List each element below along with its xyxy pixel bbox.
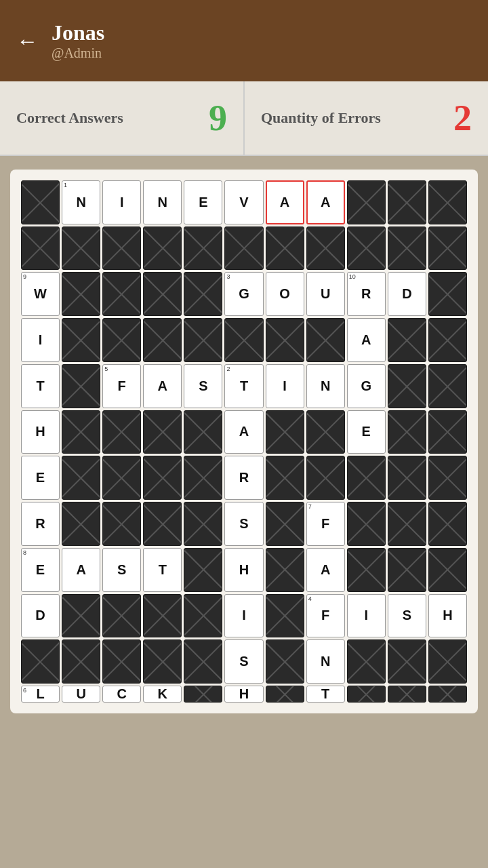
grid-cell[interactable]: 8E xyxy=(21,548,60,592)
grid-cell[interactable] xyxy=(62,502,100,546)
grid-cell[interactable] xyxy=(428,502,467,546)
grid-cell[interactable] xyxy=(62,318,100,362)
grid-cell[interactable] xyxy=(102,456,141,500)
grid-cell[interactable]: A xyxy=(224,410,263,454)
grid-cell[interactable]: 9W xyxy=(21,272,60,316)
grid-cell[interactable]: I xyxy=(266,364,304,408)
grid-cell[interactable] xyxy=(266,226,304,271)
grid-cell[interactable] xyxy=(143,410,182,454)
grid-cell[interactable] xyxy=(224,318,263,362)
grid-cell[interactable] xyxy=(62,410,100,454)
grid-cell[interactable]: N xyxy=(306,639,345,684)
grid-cell[interactable]: E xyxy=(347,410,386,454)
grid-cell[interactable] xyxy=(143,456,182,500)
grid-cell[interactable] xyxy=(62,639,100,684)
grid-cell[interactable]: O xyxy=(266,272,304,316)
grid-cell[interactable] xyxy=(388,410,426,454)
grid-cell[interactable] xyxy=(21,226,60,271)
grid-cell[interactable]: S xyxy=(102,548,141,592)
grid-cell[interactable] xyxy=(306,410,345,454)
grid-cell[interactable] xyxy=(388,226,426,271)
grid-cell[interactable] xyxy=(102,639,141,684)
grid-cell[interactable] xyxy=(428,410,467,454)
grid-cell[interactable]: H xyxy=(224,548,263,592)
grid-cell[interactable] xyxy=(306,318,345,362)
grid-cell[interactable] xyxy=(266,639,304,684)
grid-cell[interactable] xyxy=(347,686,386,703)
grid-cell[interactable] xyxy=(62,364,100,408)
grid-cell[interactable]: I xyxy=(224,594,263,638)
grid-cell[interactable] xyxy=(224,226,263,271)
grid-cell[interactable] xyxy=(428,364,467,408)
grid-cell[interactable] xyxy=(184,456,222,500)
grid-cell[interactable]: H xyxy=(224,686,263,703)
grid-cell[interactable] xyxy=(347,639,386,684)
grid-cell[interactable]: G xyxy=(347,364,386,408)
grid-cell[interactable] xyxy=(388,548,426,592)
grid-cell[interactable]: R xyxy=(21,502,60,546)
grid-cell[interactable]: H xyxy=(428,594,467,638)
grid-cell[interactable]: H xyxy=(21,410,60,454)
grid-cell[interactable]: I xyxy=(347,594,386,638)
grid-cell[interactable] xyxy=(266,502,304,546)
grid-cell[interactable]: U xyxy=(306,272,345,316)
grid-cell[interactable] xyxy=(21,639,60,684)
grid-cell[interactable]: 3G xyxy=(224,272,263,316)
grid-cell[interactable] xyxy=(143,639,182,684)
grid-cell[interactable] xyxy=(388,686,426,703)
grid-cell[interactable] xyxy=(184,226,222,271)
grid-cell[interactable] xyxy=(266,686,304,703)
grid-cell[interactable]: S xyxy=(224,502,263,546)
grid-cell[interactable] xyxy=(388,502,426,546)
grid-cell[interactable] xyxy=(428,226,467,271)
grid-cell[interactable] xyxy=(266,410,304,454)
grid-cell[interactable]: 1N xyxy=(62,180,100,224)
grid-cell[interactable] xyxy=(102,226,141,271)
grid-cell[interactable] xyxy=(184,639,222,684)
grid-cell[interactable]: A xyxy=(306,548,345,592)
grid-cell[interactable] xyxy=(184,502,222,546)
grid-cell[interactable] xyxy=(428,318,467,362)
grid-cell[interactable] xyxy=(428,456,467,500)
grid-cell[interactable]: T xyxy=(143,548,182,592)
grid-cell[interactable]: V xyxy=(224,180,263,224)
grid-cell[interactable] xyxy=(184,594,222,638)
grid-cell[interactable]: A xyxy=(62,548,100,592)
grid-cell[interactable]: 7F xyxy=(306,502,345,546)
grid-cell[interactable] xyxy=(388,364,426,408)
grid-cell[interactable] xyxy=(21,180,60,224)
grid-cell[interactable]: N xyxy=(306,364,345,408)
grid-cell[interactable] xyxy=(388,639,426,684)
grid-cell[interactable] xyxy=(428,272,467,316)
grid-cell[interactable]: S xyxy=(388,594,426,638)
grid-cell[interactable] xyxy=(102,594,141,638)
grid-cell[interactable] xyxy=(62,226,100,271)
grid-cell[interactable]: E xyxy=(184,180,222,224)
grid-cell[interactable] xyxy=(388,180,426,224)
grid-cell[interactable] xyxy=(184,318,222,362)
grid-cell[interactable]: C xyxy=(102,686,141,703)
grid-cell[interactable] xyxy=(62,594,100,638)
grid-cell[interactable] xyxy=(266,318,304,362)
grid-cell[interactable] xyxy=(62,272,100,316)
grid-cell[interactable]: 2T xyxy=(224,364,263,408)
grid-cell[interactable] xyxy=(143,502,182,546)
grid-cell[interactable] xyxy=(102,410,141,454)
grid-cell[interactable]: 10R xyxy=(347,272,386,316)
grid-cell[interactable] xyxy=(347,226,386,271)
grid-cell[interactable]: A xyxy=(143,364,182,408)
grid-cell[interactable]: T xyxy=(21,364,60,408)
grid-cell[interactable] xyxy=(428,639,467,684)
grid-cell[interactable]: U xyxy=(62,686,100,703)
back-button[interactable]: ← xyxy=(16,30,38,52)
grid-cell[interactable] xyxy=(102,318,141,362)
grid-cell[interactable]: N xyxy=(143,180,182,224)
grid-cell[interactable]: A xyxy=(347,318,386,362)
grid-cell[interactable] xyxy=(266,548,304,592)
grid-cell[interactable]: A xyxy=(306,180,345,224)
grid-cell[interactable] xyxy=(347,180,386,224)
grid-cell[interactable] xyxy=(306,226,345,271)
grid-cell[interactable] xyxy=(184,548,222,592)
grid-cell[interactable] xyxy=(306,456,345,500)
grid-cell[interactable]: I xyxy=(102,180,141,224)
